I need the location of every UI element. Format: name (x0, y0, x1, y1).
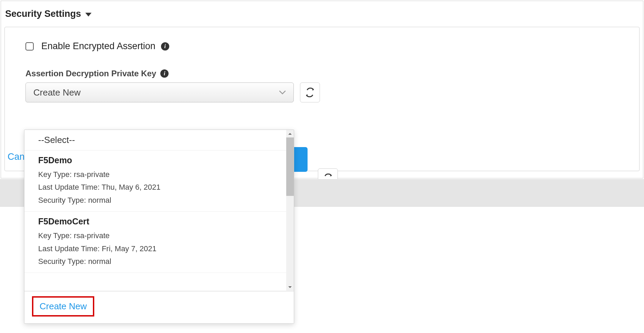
chevron-down-icon (279, 90, 286, 95)
scrollbar[interactable] (286, 130, 294, 291)
refresh-button[interactable] (300, 82, 320, 102)
dropdown-option-select[interactable]: --Select-- (24, 130, 294, 151)
option-security-type: Security Type: normal (38, 255, 277, 268)
option-last-update: Last Update Time: Thu, May 6, 2021 (38, 181, 277, 193)
dropdown-option-f5democert[interactable]: F5DemoCert Key Type: rsa-private Last Up… (24, 212, 294, 273)
option-name (38, 278, 277, 283)
enable-encrypted-assertion-label: Enable Encrypted Assertion (41, 41, 155, 52)
assertion-key-label-row: Assertion Decryption Private Key i (25, 69, 623, 78)
info-icon[interactable]: i (160, 69, 169, 78)
enable-encrypted-assertion-row: Enable Encrypted Assertion i (25, 41, 623, 52)
dropdown-option-truncated[interactable] (24, 273, 294, 291)
option-key-type: Key Type: rsa-private (38, 168, 277, 181)
assertion-key-label: Assertion Decryption Private Key (25, 69, 156, 78)
panel-title: Security Settings (5, 9, 81, 19)
dropdown-option-f5demo[interactable]: F5Demo Key Type: rsa-private Last Update… (24, 151, 294, 212)
dropdown-footer: Create New (24, 291, 294, 323)
option-name: F5DemoCert (38, 217, 277, 226)
enable-encrypted-assertion-checkbox[interactable] (25, 42, 34, 51)
info-icon[interactable]: i (161, 42, 169, 51)
cancel-button[interactable]: Can (8, 152, 25, 162)
caret-down-icon[interactable] (85, 13, 92, 16)
assertion-key-dropdown: --Select-- F5Demo Key Type: rsa-private … (24, 130, 294, 324)
scrollbar-thumb[interactable] (286, 137, 294, 196)
assertion-key-select-row: Create New (25, 82, 623, 102)
dropdown-list: --Select-- F5Demo Key Type: rsa-private … (24, 130, 294, 291)
create-new-button[interactable]: Create New (32, 296, 94, 317)
select-current-value: Create New (33, 87, 80, 98)
panel-header[interactable]: Security Settings (1, 1, 643, 22)
option-security-type: Security Type: normal (38, 194, 277, 207)
assertion-key-select[interactable]: Create New (25, 82, 294, 102)
scroll-down-icon[interactable] (286, 284, 294, 291)
scroll-up-icon[interactable] (286, 130, 294, 137)
option-last-update: Last Update Time: Fri, May 7, 2021 (38, 242, 277, 255)
option-key-type: Key Type: rsa-private (38, 229, 277, 242)
option-name: F5Demo (38, 155, 277, 165)
